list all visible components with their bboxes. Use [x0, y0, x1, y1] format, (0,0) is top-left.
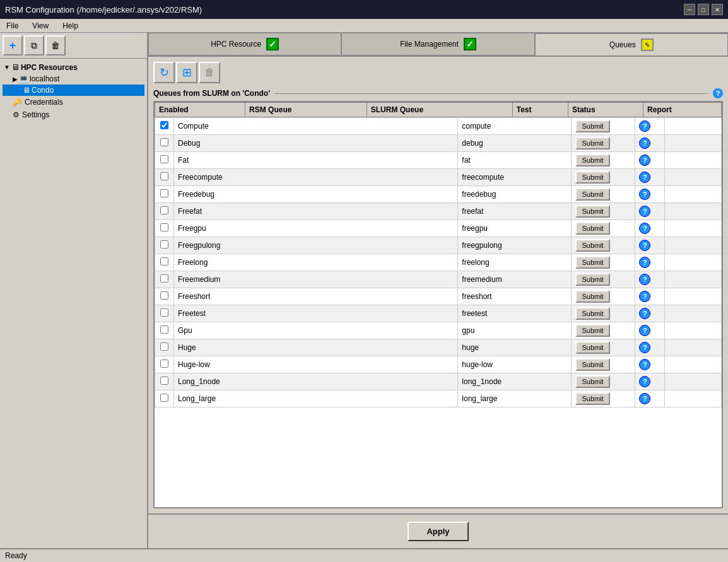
status-cell[interactable]: ? [635, 135, 665, 152]
submit-button[interactable]: Submit [575, 154, 609, 167]
tab-hpc-resource[interactable]: HPC Resource ✓ [148, 33, 341, 56]
enabled-checkbox[interactable] [160, 172, 168, 180]
test-cell[interactable]: Submit [572, 305, 635, 322]
tab-queues[interactable]: Queues ✎ [535, 33, 728, 56]
status-help-icon[interactable]: ? [639, 120, 650, 132]
test-cell[interactable]: Submit [572, 339, 635, 356]
status-cell[interactable]: ? [635, 237, 665, 254]
status-help-icon[interactable]: ? [639, 359, 650, 370]
enabled-checkbox[interactable] [160, 291, 168, 300]
submit-button[interactable]: Submit [575, 341, 609, 354]
status-help-icon[interactable]: ? [639, 138, 650, 149]
refresh-queue-button[interactable]: ↻ [153, 62, 175, 83]
status-cell[interactable]: ? [635, 322, 665, 339]
status-cell[interactable]: ? [635, 271, 665, 288]
status-cell[interactable]: ? [635, 254, 665, 271]
status-help-icon[interactable]: ? [639, 291, 650, 302]
status-help-icon[interactable]: ? [639, 155, 650, 166]
enabled-checkbox[interactable] [160, 223, 168, 231]
enabled-cell[interactable] [155, 322, 174, 339]
enabled-checkbox[interactable] [160, 360, 168, 368]
test-cell[interactable]: Submit [572, 220, 635, 237]
status-help-icon[interactable]: ? [639, 189, 650, 200]
status-cell[interactable]: ? [635, 390, 665, 407]
enabled-cell[interactable] [155, 254, 174, 271]
view-menu[interactable]: View [28, 20, 52, 32]
enabled-cell[interactable] [155, 305, 174, 322]
maximize-button[interactable]: □ [698, 4, 709, 15]
tree-node-condo[interactable]: 🖥 Condo [3, 85, 144, 96]
copy-resource-button[interactable]: ⧉ [24, 35, 44, 56]
status-cell[interactable]: ? [635, 356, 665, 373]
status-cell[interactable]: ? [635, 152, 665, 169]
test-cell[interactable]: Submit [572, 152, 635, 169]
submit-button[interactable]: Submit [575, 256, 609, 269]
enabled-cell[interactable] [155, 288, 174, 305]
file-menu[interactable]: File [3, 20, 22, 32]
status-cell[interactable]: ? [635, 186, 665, 203]
submit-button[interactable]: Submit [575, 137, 609, 149]
status-cell[interactable]: ? [635, 203, 665, 220]
enabled-cell[interactable] [155, 373, 174, 390]
status-help-icon[interactable]: ? [639, 206, 650, 217]
enabled-checkbox[interactable] [160, 274, 168, 283]
enabled-checkbox[interactable] [160, 377, 168, 385]
enabled-cell[interactable] [155, 152, 174, 169]
enabled-cell[interactable] [155, 220, 174, 237]
test-cell[interactable]: Submit [572, 237, 635, 254]
tab-file-management[interactable]: File Management ✓ [341, 33, 534, 56]
status-cell[interactable]: ? [635, 373, 665, 390]
enabled-cell[interactable] [155, 271, 174, 288]
close-button[interactable]: ✕ [712, 4, 723, 15]
test-cell[interactable]: Submit [572, 254, 635, 271]
status-cell[interactable]: ? [635, 118, 665, 135]
tree-node-localhost[interactable]: ▶ 💻 localhost [3, 73, 144, 85]
enabled-cell[interactable] [155, 237, 174, 254]
submit-button[interactable]: Submit [575, 205, 609, 218]
test-cell[interactable]: Submit [572, 356, 635, 373]
status-help-icon[interactable]: ? [639, 376, 650, 387]
enabled-checkbox[interactable] [160, 189, 168, 197]
submit-button[interactable]: Submit [575, 392, 609, 405]
enabled-checkbox[interactable] [160, 308, 168, 317]
status-cell[interactable]: ? [635, 305, 665, 322]
status-cell[interactable]: ? [635, 288, 665, 305]
status-help-icon[interactable]: ? [639, 342, 650, 353]
status-help-icon[interactable]: ? [639, 308, 650, 319]
status-help-icon[interactable]: ? [639, 274, 650, 285]
submit-button[interactable]: Submit [575, 188, 609, 201]
info-icon[interactable]: ? [713, 88, 723, 98]
submit-button[interactable]: Submit [575, 273, 609, 286]
apply-button[interactable]: Apply [408, 522, 468, 541]
enabled-cell[interactable] [155, 356, 174, 373]
submit-button[interactable]: Submit [575, 120, 609, 132]
add-queue-button[interactable]: ⊞ [176, 62, 197, 83]
enabled-checkbox[interactable] [160, 394, 168, 402]
submit-button[interactable]: Submit [575, 358, 609, 371]
status-cell[interactable]: ? [635, 169, 665, 186]
test-cell[interactable]: Submit [572, 203, 635, 220]
enabled-cell[interactable] [155, 186, 174, 203]
enabled-checkbox[interactable] [160, 325, 168, 334]
enabled-cell[interactable] [155, 203, 174, 220]
add-resource-button[interactable]: + [3, 35, 23, 56]
submit-button[interactable]: Submit [575, 375, 609, 388]
status-help-icon[interactable]: ? [639, 172, 650, 183]
submit-button[interactable]: Submit [575, 171, 609, 184]
status-help-icon[interactable]: ? [639, 240, 650, 251]
enabled-checkbox[interactable] [160, 240, 168, 249]
test-cell[interactable]: Submit [572, 373, 635, 390]
delete-queue-button[interactable]: 🗑 [199, 62, 220, 83]
submit-button[interactable]: Submit [575, 222, 609, 235]
minimize-button[interactable]: ─ [684, 4, 695, 15]
test-cell[interactable]: Submit [572, 322, 635, 339]
test-cell[interactable]: Submit [572, 118, 635, 135]
enabled-cell[interactable] [155, 135, 174, 152]
submit-button[interactable]: Submit [575, 307, 609, 320]
enabled-checkbox[interactable] [160, 155, 168, 163]
status-cell[interactable]: ? [635, 220, 665, 237]
enabled-checkbox[interactable] [160, 138, 168, 146]
test-cell[interactable]: Submit [572, 186, 635, 203]
submit-button[interactable]: Submit [575, 239, 609, 252]
status-help-icon[interactable]: ? [639, 223, 650, 234]
